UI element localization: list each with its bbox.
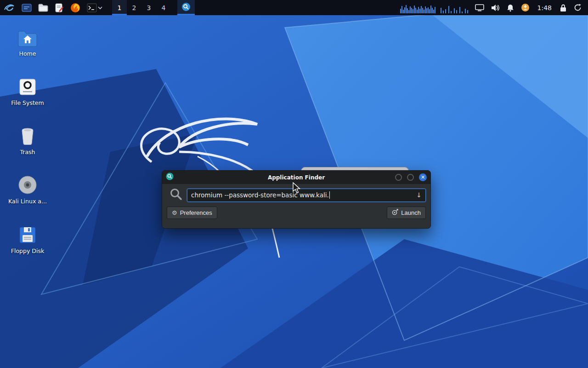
file-manager-button[interactable] xyxy=(35,0,51,15)
home-folder-icon xyxy=(5,26,51,47)
application-finder-icon xyxy=(181,2,191,13)
terminal-icon xyxy=(87,3,97,12)
kali-menu-button[interactable] xyxy=(0,0,18,15)
application-finder-window: Application Finder ✕ chromium --password… xyxy=(162,170,431,229)
chevron-down-icon xyxy=(98,6,102,10)
disc-icon xyxy=(5,173,51,195)
desktop-icon-label: Home xyxy=(5,50,51,57)
panel-right-cluster: 1:48 xyxy=(398,0,588,15)
desktop-icon-label: Kali Linux a... xyxy=(5,198,51,205)
desktop-icon-floppy[interactable]: Floppy Disk xyxy=(5,223,51,254)
terminal-dropdown[interactable] xyxy=(98,0,106,15)
workspace-2[interactable]: 2 xyxy=(127,0,141,15)
minimize-button[interactable] xyxy=(395,174,402,181)
workspace-1[interactable]: 1 xyxy=(112,0,127,15)
launch-label: Launch xyxy=(401,209,421,216)
display-icon xyxy=(475,4,484,12)
launch-button[interactable]: Launch xyxy=(387,207,426,219)
network-graph-widget[interactable] xyxy=(440,2,470,13)
screen-lock-button[interactable] xyxy=(556,0,570,15)
workspace-3[interactable]: 3 xyxy=(141,0,156,15)
text-editor-button[interactable] xyxy=(51,0,67,15)
display-settings-button[interactable] xyxy=(472,0,487,15)
update-notifier-icon xyxy=(521,3,530,12)
firefox-button[interactable] xyxy=(67,0,84,15)
search-icon xyxy=(170,188,182,202)
search-input[interactable]: chromium --password-store=basic www.kali… xyxy=(187,189,426,202)
desktop-icon-home[interactable]: Home xyxy=(5,26,51,57)
lock-icon xyxy=(560,4,567,12)
close-button[interactable]: ✕ xyxy=(419,173,427,181)
file-manager-icon xyxy=(38,3,48,12)
panel-clock[interactable]: 1:48 xyxy=(533,4,556,12)
maximize-button[interactable] xyxy=(407,174,414,181)
desktop-icon-label: File System xyxy=(5,99,51,106)
preferences-button[interactable]: ⚙ Preferences xyxy=(167,207,217,219)
trash-icon xyxy=(5,124,51,145)
desktop-icon-label: Floppy Disk xyxy=(5,247,51,254)
session-logout-button[interactable] xyxy=(570,0,585,15)
workspace-4[interactable]: 4 xyxy=(156,0,171,15)
hard-drive-icon xyxy=(5,75,51,96)
volume-button[interactable] xyxy=(487,0,503,15)
search-input-value: chromium --password-store=basic www.kali… xyxy=(191,191,329,199)
desktop-icon-file-system[interactable]: File System xyxy=(5,75,51,106)
desktop-icon-label: Trash xyxy=(5,149,51,155)
dropdown-arrow-icon[interactable]: ↓ xyxy=(413,191,422,199)
top-panel: 1 2 3 4 xyxy=(0,0,588,15)
panel-left-cluster: 1 2 3 4 xyxy=(0,0,195,15)
floppy-disk-icon xyxy=(5,223,51,244)
files-app-button[interactable] xyxy=(18,0,35,15)
files-app-icon xyxy=(22,3,32,12)
power-session-icon xyxy=(573,3,582,12)
preferences-label: Preferences xyxy=(180,209,212,216)
cpu-graph-widget[interactable] xyxy=(400,2,436,13)
text-caret xyxy=(329,191,330,199)
speaker-icon xyxy=(491,4,500,12)
kali-logo-icon xyxy=(3,2,15,13)
text-editor-icon xyxy=(55,3,64,12)
taskbar-application-finder[interactable] xyxy=(177,0,195,15)
desktop-icon-trash[interactable]: Trash xyxy=(5,124,51,155)
close-icon: ✕ xyxy=(421,175,425,180)
desktop-icon-kali-disc[interactable]: Kali Linux a... xyxy=(5,173,51,205)
firefox-icon xyxy=(70,3,80,13)
gear-icon: ⚙ xyxy=(172,209,177,216)
updates-button[interactable] xyxy=(518,0,533,15)
window-title: Application Finder xyxy=(162,174,430,181)
bell-icon xyxy=(506,4,514,12)
terminal-button[interactable] xyxy=(84,0,98,15)
launch-icon xyxy=(392,209,398,217)
notifications-button[interactable] xyxy=(503,0,518,15)
mouse-cursor xyxy=(292,182,301,194)
